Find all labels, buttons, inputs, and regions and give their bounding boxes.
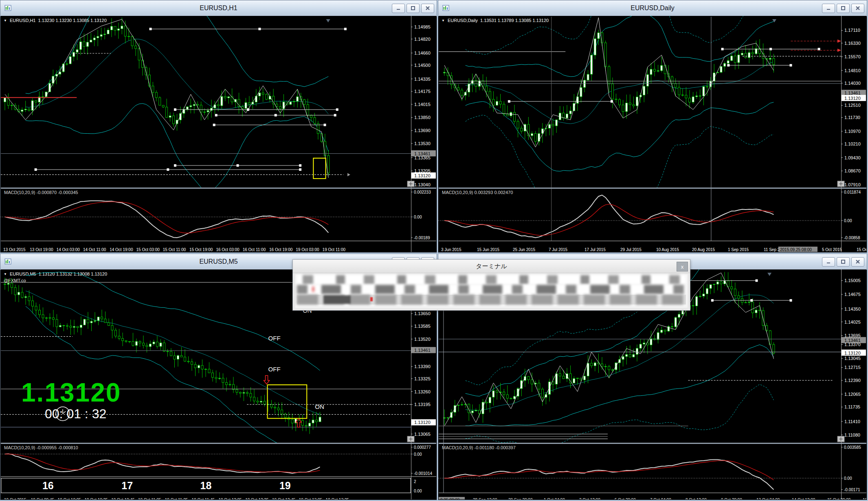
pane-divider <box>439 188 866 189</box>
time-axis-label: 14 Oct 11:00 <box>83 247 106 252</box>
chart-icon <box>442 5 450 11</box>
close-button[interactable] <box>421 4 434 13</box>
last-price-label: 1.13120 <box>414 173 431 178</box>
time-axis-label: 19 Oct 11:45 <box>192 498 215 499</box>
object-handle <box>167 168 169 171</box>
restore-button[interactable] <box>407 4 420 13</box>
close-button[interactable] <box>851 4 864 13</box>
price-axis-label: 1.17110 <box>844 28 860 33</box>
line-end-marker <box>347 173 350 176</box>
last-price-label: 1.13120 <box>414 420 431 425</box>
subwindow-plus-button <box>407 181 414 187</box>
price-axis-label: 1.13195 <box>414 402 431 407</box>
price-axis-label: 1.11735 <box>844 404 860 409</box>
time-axis-label: 15 Oct 2015 <box>857 247 866 252</box>
time-axis-label: 13 Oct 19:00 <box>30 247 53 252</box>
macd-indicator-label: MACD(10,20,9) 0.003293 0.002470 <box>442 190 513 195</box>
object-handle <box>334 114 336 117</box>
time-axis-label: 3 Jun 2015 <box>441 247 461 252</box>
last-price-label: 1.13120 <box>844 351 861 355</box>
crosshair-time-label: 9.25 08:00 <box>440 498 460 499</box>
close-button[interactable] <box>851 257 864 267</box>
window-titlebar[interactable]: EURUSD,H1 <box>0 0 437 16</box>
signal-label: OFF <box>268 366 281 373</box>
symbol-dropdown-icon[interactable]: ▼ <box>4 272 7 276</box>
ohlc-info: EURUSD,M5 1.13120 1.13132 1.13008 1.1312… <box>10 271 107 276</box>
price-arrow-icon <box>837 49 841 52</box>
time-axis-label: 5 Oct 20:00 <box>615 498 636 499</box>
zigzag-line <box>444 18 774 147</box>
price-axis-label: 1.14175 <box>414 89 431 94</box>
object-handle <box>324 124 326 126</box>
price-axis-label: 1.14660 <box>414 51 431 55</box>
macd-axis-label: 0.00 <box>414 215 422 219</box>
price-axis-label: 1.12510 <box>844 103 861 108</box>
time-axis-label: 19 Oct 11:00 <box>323 247 346 252</box>
chart-area-h1[interactable]: ▼EURUSD,H1 1.13230 1.13230 1.13085 1.131… <box>1 16 436 252</box>
price-axis-label: 1.13325 <box>414 376 431 381</box>
object-handle <box>750 299 753 302</box>
crosshair-time-label: 2015.09.25 08:00 <box>780 247 812 252</box>
window-titlebar[interactable]: EURUSD,Daily <box>438 0 867 16</box>
restore-button[interactable] <box>837 4 850 13</box>
time-axis-label: 8 Oct 12:00 <box>686 498 707 499</box>
minimize-button[interactable] <box>392 4 405 13</box>
hour-band-label: 18 <box>200 480 212 491</box>
price-axis-label: 1.13585 <box>414 324 431 329</box>
time-axis-label: 19 Oct 13:05 <box>299 498 323 499</box>
object-handle <box>344 28 347 30</box>
candles <box>4 18 330 176</box>
chart-area-daily[interactable]: ▼EURUSD,Daily 1.13531 1.13789 1.13085 1.… <box>439 16 866 252</box>
price-axis-label: 1.14015 <box>414 102 431 107</box>
symbol-dropdown-icon[interactable]: ▼ <box>4 19 7 22</box>
price-axis-label: 1.13850 <box>414 115 431 120</box>
subwindow-plus-button <box>837 181 844 187</box>
price-axis-label: 1.15005 <box>844 278 861 283</box>
time-axis-label: 15 Oct 19:00 <box>189 247 213 252</box>
price-axis-label: 1.09430 <box>844 155 861 160</box>
time-axis-label: 19 Oct 04:00 <box>863 498 866 499</box>
object-handle <box>299 164 301 167</box>
time-axis-label: 19 Oct 12:25 <box>245 498 269 499</box>
zigzag-line <box>5 19 328 178</box>
price-axis-label: 1.13365 <box>414 155 431 160</box>
price-axis-label: 1.13260 <box>414 389 431 394</box>
last-price-label: 1.13120 <box>844 96 861 101</box>
time-axis-label: 13 Oct 2015 <box>3 247 26 252</box>
symbol-dropdown-icon[interactable]: ▼ <box>442 19 445 22</box>
time-axis-label: 15 Oct 20:00 <box>827 498 851 499</box>
time-axis-label: 10 Aug 2015 <box>656 247 679 252</box>
price-axis-label: 1.14675 <box>844 292 861 297</box>
time-axis-label: 1 Oct 04:00 <box>544 498 565 499</box>
terminal-selected-tab[interactable] <box>324 296 351 304</box>
price-axis-label: 1.07910 <box>844 182 861 187</box>
terminal-tab-bar[interactable] <box>297 295 686 305</box>
macd-axis-label: 0.00 <box>844 218 852 223</box>
bid-price-label: 1.13461 <box>414 348 431 353</box>
price-axis-label: 1.14030 <box>844 81 861 86</box>
subwindow-plus-button <box>407 436 414 442</box>
minimize-button[interactable] <box>822 257 835 267</box>
macd-lines <box>5 201 328 238</box>
price-axis-label: 1.10210 <box>844 141 861 146</box>
broker-watermark: @FXMT.co <box>4 278 26 283</box>
terminal-blurred-tabs[interactable] <box>297 295 686 305</box>
price-axis-label: 1.11410 <box>844 419 860 424</box>
price-axis-label: 1.11730 <box>844 115 860 120</box>
macd-axis-label: 0.003585 <box>844 445 861 450</box>
price-axis-label: 1.13065 <box>414 432 431 437</box>
macd-axis-label: 0.00 <box>414 452 422 457</box>
window-title: EURUSD,H1 <box>0 4 437 12</box>
terminal-close-button[interactable]: x <box>677 262 688 271</box>
terminal-titlebar[interactable]: ターミナル x <box>293 260 690 273</box>
time-axis-label: 19 Oct 10:25 <box>84 498 108 499</box>
time-axis-label: 14 Oct 03:00 <box>57 247 80 252</box>
time-axis-label: 20 Aug 2015 <box>692 247 715 252</box>
time-axis-label: 19 Oct 03:00 <box>296 247 319 252</box>
object-handle <box>275 114 277 117</box>
hour-band-label: 17 <box>121 480 133 491</box>
macd-axis-label: -0.00171 <box>844 488 860 492</box>
time-axis-label: 15 Jun 2015 <box>477 247 499 252</box>
restore-button[interactable] <box>837 257 850 267</box>
minimize-button[interactable] <box>822 4 835 13</box>
